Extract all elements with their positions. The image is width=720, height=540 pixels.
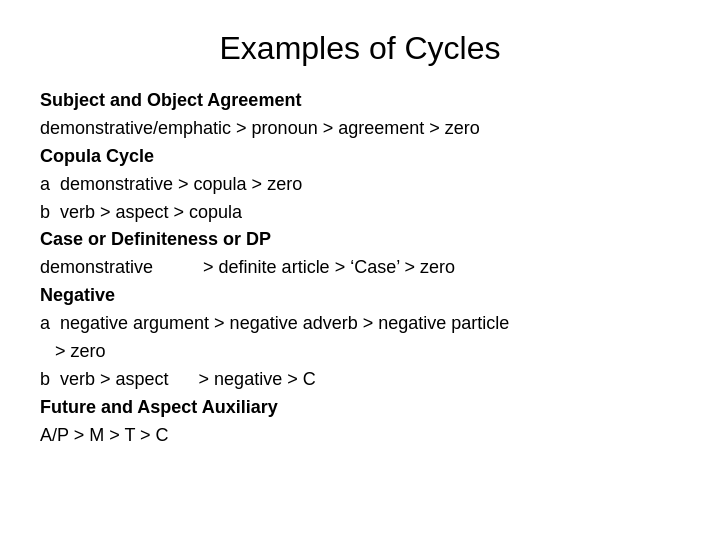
line-copula-a: a demonstrative > copula > zero (40, 171, 680, 199)
slide-title: Examples of Cycles (40, 30, 680, 67)
heading-future: Future and Aspect Auxiliary (40, 394, 680, 422)
heading-case: Case or Definiteness or DP (40, 226, 680, 254)
line-future-1: A/P > M > T > C (40, 422, 680, 450)
line-subject-1: demonstrative/emphatic > pronoun > agree… (40, 115, 680, 143)
heading-negative: Negative (40, 282, 680, 310)
heading-copula: Copula Cycle (40, 143, 680, 171)
line-negative-b: b verb > aspect > negative > C (40, 366, 680, 394)
line-negative-a: a negative argument > negative adverb > … (40, 310, 680, 338)
slide-content: Subject and Object Agreement demonstrati… (40, 87, 680, 450)
heading-subject-object: Subject and Object Agreement (40, 87, 680, 115)
line-case-1: demonstrative > definite article > ‘Case… (40, 254, 680, 282)
slide: Examples of Cycles Subject and Object Ag… (0, 0, 720, 540)
line-copula-b: b verb > aspect > copula (40, 199, 680, 227)
line-negative-zero: > zero (40, 338, 680, 366)
